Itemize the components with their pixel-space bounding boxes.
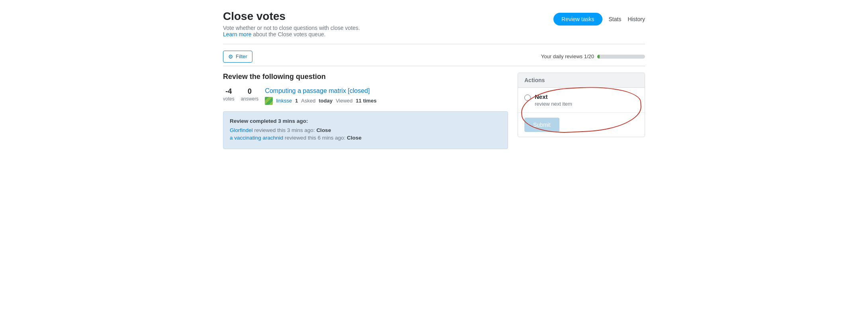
review-completed-box: Review completed 3 mins ago: Glorfindel … — [223, 111, 508, 149]
answers-count: 0 — [241, 87, 259, 96]
header-divider — [223, 44, 645, 44]
review-user-2-link[interactable]: a vaccinating arachnid — [230, 135, 283, 141]
review-user-1-link[interactable]: Glorfindel — [230, 127, 253, 133]
answers-block: 0 answers — [241, 87, 259, 102]
filter-divider — [223, 66, 645, 66]
actions-body: Next review next item — [518, 88, 645, 113]
viewed-label: Viewed — [336, 98, 352, 104]
filter-button[interactable]: ⚙ Filter — [223, 51, 252, 63]
question-row: -4 votes 0 answers Computing a passage m… — [223, 87, 508, 105]
actions-header: Actions — [518, 73, 645, 88]
action-desc-next: review next item — [535, 101, 572, 107]
stats-link[interactable]: Stats — [609, 16, 622, 22]
review-line-1-text: reviewed this 3 mins ago: — [254, 127, 317, 133]
progress-bar-fill — [597, 55, 600, 59]
gear-icon: ⚙ — [228, 53, 233, 60]
votes-count: -4 — [223, 87, 235, 96]
question-meta: Computing a passage matrix [closed] link… — [265, 87, 508, 105]
question-title-link[interactable]: Computing a passage matrix [closed] — [265, 87, 508, 95]
progress-bar — [597, 55, 645, 59]
vote-answer-block: -4 votes 0 answers — [223, 87, 258, 102]
page-subtitle: Vote whether or not to close questions w… — [223, 25, 360, 37]
actions-footer: Submit — [518, 113, 645, 137]
learn-more-text: Learn more — [223, 31, 252, 37]
review-tasks-button[interactable]: Review tasks — [553, 13, 602, 26]
asked-value: today — [319, 98, 333, 104]
action-text-next: Next review next item — [535, 93, 572, 107]
filter-label: Filter — [236, 53, 247, 59]
review-completed-title: Review completed 3 mins ago: — [230, 118, 501, 124]
review-line-1: Glorfindel reviewed this 3 mins ago: Clo… — [230, 127, 501, 133]
filter-row: ⚙ Filter Your daily reviews 1/20 — [223, 51, 645, 63]
answers-label: answers — [241, 96, 259, 102]
review-action-1: Close — [317, 127, 331, 133]
votes-label: votes — [223, 96, 235, 102]
viewed-value: 11 times — [356, 98, 377, 104]
review-action-2: Close — [347, 135, 362, 141]
question-details: linksse 1 Asked today Viewed 11 times — [265, 97, 508, 105]
action-radio-next[interactable] — [524, 95, 531, 101]
question-area: Review the following question -4 votes 0… — [223, 73, 508, 149]
history-link[interactable]: History — [628, 16, 645, 22]
review-line-2: a vaccinating arachnid reviewed this 6 m… — [230, 135, 501, 141]
user-avatar — [265, 97, 273, 105]
action-title-next: Next — [535, 93, 572, 100]
votes-block: -4 votes — [223, 87, 235, 102]
submit-button[interactable]: Submit — [524, 118, 559, 132]
user-rep: 1 — [295, 98, 298, 104]
learn-more-suffix: about the Close votes queue. — [253, 31, 325, 37]
daily-reviews: Your daily reviews 1/20 — [541, 53, 645, 59]
asked-label: Asked — [301, 98, 315, 104]
subtitle-text: Vote whether or not to close questions w… — [223, 25, 360, 31]
daily-reviews-label: Your daily reviews 1/20 — [541, 53, 594, 59]
review-line-2-text: reviewed this 6 mins ago: — [285, 135, 347, 141]
page-title: Close votes — [223, 10, 360, 23]
review-heading: Review the following question — [223, 73, 508, 81]
learn-more-link[interactable]: Learn more — [223, 31, 253, 37]
action-item-next: Next review next item — [518, 88, 645, 113]
user-link[interactable]: linksse — [276, 98, 292, 104]
main-content: Review the following question -4 votes 0… — [223, 73, 645, 149]
actions-panel: Actions Next review next item Submit — [518, 73, 645, 137]
header-nav: Review tasks Stats History — [553, 13, 645, 26]
